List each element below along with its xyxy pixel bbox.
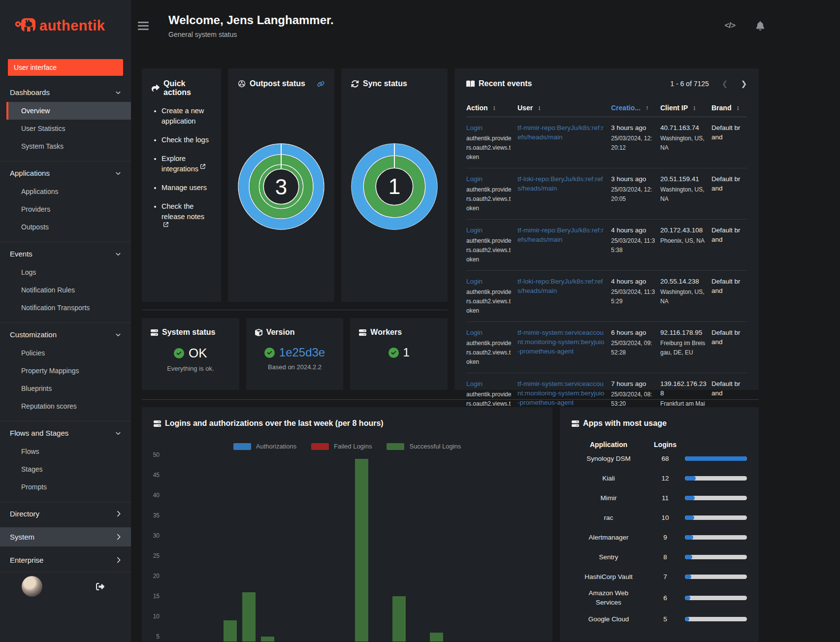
event-action-link[interactable]: Login: [466, 380, 483, 387]
event-brand: Default brand: [711, 174, 747, 213]
event-action-link[interactable]: Login: [466, 329, 483, 336]
event-brand: Default brand: [711, 277, 747, 316]
y-tick-label: 20: [145, 573, 160, 579]
event-user-link[interactable]: tf-mimir-system:serviceaccount:monitorin…: [517, 380, 604, 406]
sidebar-item-directory[interactable]: Directory: [0, 504, 131, 523]
system-status-value: OK: [189, 346, 207, 361]
event-action-link[interactable]: Login: [466, 226, 483, 234]
events-column-client-ip[interactable]: Client IP↕: [660, 104, 711, 112]
app-login-count: 7: [646, 573, 685, 580]
chart-legend: AuthorizationsFailed LoginsSuccessful Lo…: [142, 443, 552, 450]
sidebar-item-policies[interactable]: Policies: [0, 344, 131, 362]
events-pagination-top: 1 - 6 of 7125 ❮ ❯: [670, 79, 747, 88]
version-value-link[interactable]: 1e25d3e: [279, 346, 325, 359]
event-action-link[interactable]: Login: [466, 175, 483, 183]
sidebar-item-notification-transports[interactable]: Notification Transports: [0, 299, 131, 317]
sidebar-item-enterprise[interactable]: Enterprise: [0, 550, 131, 570]
event-when: 3 hours ago: [611, 175, 646, 183]
sidebar-item-label: System: [10, 533, 34, 541]
pagination-next-icon[interactable]: ❯: [741, 79, 747, 88]
event-user-link[interactable]: tf-loki-repo:BeryJu/k8s:ref:refs/heads/m…: [517, 175, 603, 192]
sidebar-item-reputation-scores[interactable]: Reputation scores: [0, 397, 131, 415]
quick-action-link-check-the-logs[interactable]: Check the logs: [162, 136, 209, 144]
quick-action-link-manage-users[interactable]: Manage users: [162, 184, 207, 192]
outpost-link-icon[interactable]: [317, 80, 324, 88]
sidebar-item-outposts[interactable]: Outposts: [0, 218, 131, 236]
bar-successful-logins: [261, 637, 274, 642]
event-action-link[interactable]: Login: [466, 124, 483, 131]
page-header: Welcome, Jens Langhammer. General system…: [131, 0, 840, 51]
event-action-link[interactable]: Login: [466, 278, 483, 285]
event-user-link[interactable]: tf-mimir-repo:BeryJu/k8s:ref:refs/heads/…: [517, 124, 604, 141]
app-usage-row: Google Cloud5: [572, 609, 747, 629]
y-tick-label: 50: [145, 451, 160, 458]
sidebar-item-system-tasks[interactable]: System Tasks: [0, 137, 131, 155]
app-login-count: 8: [646, 553, 685, 561]
app-usage-bar: [685, 476, 747, 481]
sidebar-item-dashboards[interactable]: Dashboards: [0, 83, 131, 102]
sidebar-item-system[interactable]: System: [0, 527, 131, 546]
event-user-link[interactable]: tf-mimir-repo:BeryJu/k8s:ref:refs/heads/…: [517, 226, 604, 243]
quick-actions-card: Quick actions Create a new applicationCh…: [142, 68, 221, 302]
pagination-prev-icon[interactable]: ❮: [722, 79, 728, 88]
sidebar-item-label: Customization: [10, 330, 57, 339]
events-table-body: Loginauthentik.providers.oauth2.views.to…: [466, 117, 747, 424]
sidebar-item-stages[interactable]: Stages: [0, 460, 131, 478]
event-when: 4 hours ago: [611, 226, 646, 234]
quick-action-link-explore-integrations[interactable]: Explore integrations: [162, 155, 198, 173]
sidebar-item-label: Flows and Stages: [10, 429, 68, 437]
event-user-link[interactable]: tf-mimir-system:serviceaccount:monitorin…: [517, 329, 604, 355]
sidebar-item-label: Dashboards: [10, 88, 50, 96]
sidebar-item-property-mappings[interactable]: Property Mappings: [0, 362, 131, 380]
apps-usage-card: Apps with most usage Application Logins …: [560, 407, 759, 642]
sidebar-item-user-statistics[interactable]: User Statistics: [0, 120, 131, 137]
logins-chart-title: Logins and authorizations over the last …: [165, 419, 384, 428]
event-row: Loginauthentik.providers.oauth2.views.to…: [466, 117, 747, 168]
event-when: 7 hours ago: [611, 380, 646, 387]
sign-out-icon[interactable]: [96, 582, 105, 591]
sidebar-item-blueprints[interactable]: Blueprints: [0, 380, 131, 397]
sidebar-item-label: Events: [10, 250, 32, 258]
quick-action-link-check-the-release-notes[interactable]: Check the release notes: [162, 202, 204, 221]
outpost-status-donut: 3: [238, 143, 324, 230]
events-column-brand[interactable]: Brand↕: [711, 104, 747, 112]
api-browser-icon[interactable]: </>: [724, 21, 735, 31]
sidebar-item-logs[interactable]: Logs: [0, 263, 131, 281]
bar-successful-logins: [355, 459, 368, 642]
sidebar-item-applications[interactable]: Applications: [0, 163, 131, 183]
events-column-user[interactable]: User↕: [517, 104, 611, 112]
legend-item-failed-logins: Failed Logins: [311, 443, 372, 450]
events-column-action[interactable]: Action↕: [466, 104, 517, 112]
sidebar-item-notification-rules[interactable]: Notification Rules: [0, 281, 131, 299]
sidebar-item-label: Applications: [10, 169, 50, 177]
sidebar-item-flows[interactable]: Flows: [0, 443, 131, 460]
sidebar-item-customization[interactable]: Customization: [0, 325, 131, 344]
app-name: rac: [572, 513, 646, 522]
events-column-creatio[interactable]: Creatio...↑: [611, 104, 660, 112]
notifications-bell-icon[interactable]: [756, 21, 765, 31]
workers-value: 1: [403, 346, 410, 359]
bar-successful-logins: [242, 592, 256, 642]
sidebar-item-applications[interactable]: Applications: [0, 183, 131, 200]
quick-action-link-create-a-new-application[interactable]: Create a new application: [162, 107, 204, 125]
event-row: Loginauthentik.providers.oauth2.views.to…: [466, 220, 747, 271]
sync-status-title: Sync status: [363, 79, 407, 88]
quick-action-item: Manage users: [162, 183, 211, 193]
sidebar-item-providers[interactable]: Providers: [0, 200, 131, 218]
quick-action-item: Check the release notes: [162, 201, 211, 232]
user-interface-button[interactable]: User interface: [8, 59, 123, 76]
app-usage-bar: [685, 596, 747, 600]
sidebar-item-flows-and-stages[interactable]: Flows and Stages: [0, 423, 131, 443]
hamburger-menu-icon[interactable]: [138, 22, 149, 30]
sidebar-item-overview[interactable]: Overview: [6, 102, 131, 120]
sync-status-card: Sync status 1: [341, 68, 448, 302]
event-user-link[interactable]: tf-loki-repo:BeryJu/k8s:ref:refs/heads/m…: [517, 278, 603, 294]
sidebar-item-events[interactable]: Events: [0, 244, 131, 263]
sidebar-item-prompts[interactable]: Prompts: [0, 478, 131, 496]
outpost-icon: [238, 80, 246, 88]
event-client-ip: 139.162.176.238: [660, 380, 707, 397]
system-status-card: System status OK Everything is ok.: [142, 318, 239, 390]
avatar[interactable]: [22, 576, 42, 597]
sort-icon: ↕: [693, 104, 696, 111]
recent-events-card: Recent events 1 - 6 of 7125 ❮ ❯ Action↕U…: [454, 68, 759, 390]
